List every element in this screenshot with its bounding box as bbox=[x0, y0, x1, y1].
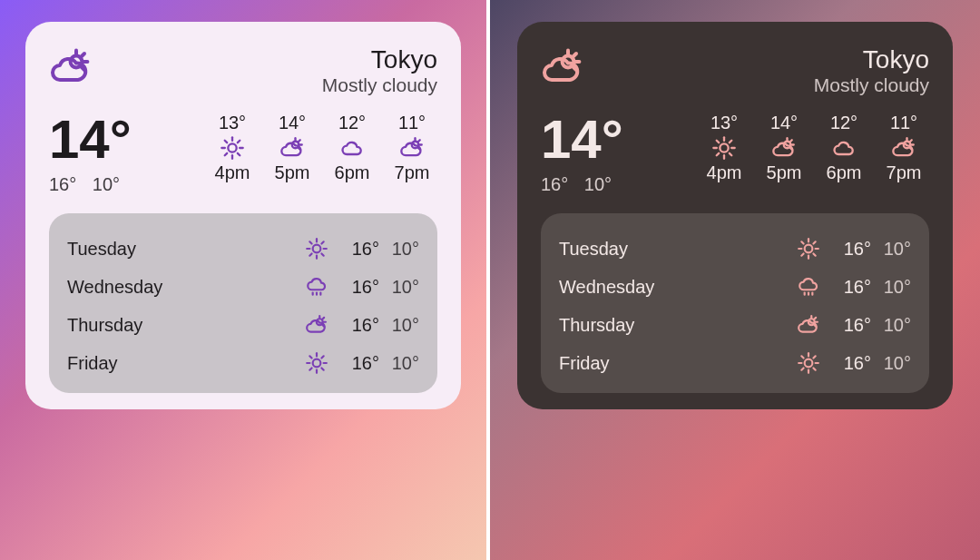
day-low: 10° bbox=[379, 277, 419, 298]
hour-label: 4pm bbox=[215, 162, 250, 183]
hour-temp: 13° bbox=[710, 113, 738, 133]
day-row: Thursday 16° 10° bbox=[559, 306, 911, 344]
hour-slot: 14° 5pm bbox=[267, 113, 318, 183]
sunny-icon bbox=[797, 237, 820, 260]
location-label: Tokyo bbox=[814, 45, 929, 74]
day-name: Wednesday bbox=[559, 277, 797, 298]
day-row: Friday 16° 10° bbox=[559, 344, 911, 382]
sunny-icon bbox=[220, 135, 245, 161]
today-high: 16° bbox=[541, 174, 568, 194]
day-row: Wednesday 16° 10° bbox=[559, 268, 911, 306]
day-row: Wednesday 16° 10° bbox=[67, 268, 419, 306]
hour-label: 6pm bbox=[827, 162, 862, 183]
hour-temp: 12° bbox=[338, 113, 366, 133]
hour-label: 7pm bbox=[887, 162, 922, 183]
day-low: 10° bbox=[871, 315, 911, 336]
hour-slot: 13° 4pm bbox=[699, 113, 750, 183]
day-low: 10° bbox=[379, 353, 419, 374]
day-name: Friday bbox=[559, 353, 797, 374]
day-low: 10° bbox=[379, 239, 419, 260]
day-name: Thursday bbox=[67, 315, 305, 336]
hour-temp: 14° bbox=[770, 113, 798, 133]
day-low: 10° bbox=[871, 277, 911, 298]
hour-temp: 12° bbox=[830, 113, 858, 133]
day-low: 10° bbox=[871, 353, 911, 374]
hour-temp: 13° bbox=[219, 113, 246, 133]
day-name: Thursday bbox=[559, 315, 797, 336]
partly-cloudy-icon bbox=[305, 313, 328, 337]
hour-slot: 11° 7pm bbox=[387, 113, 437, 183]
day-high: 16° bbox=[831, 315, 871, 336]
daily-forecast: Tuesday 16° 10° Wednesday 16° 10° Thursd… bbox=[541, 213, 929, 393]
partly-cloudy-icon bbox=[49, 45, 93, 89]
hourly-forecast: 13° 4pm 14° 5pm 12° 6pm 11° 7pm bbox=[699, 113, 929, 183]
rainy-icon bbox=[797, 275, 820, 299]
sunny-icon bbox=[305, 237, 328, 260]
current-temp: 14° bbox=[49, 113, 132, 167]
day-name: Tuesday bbox=[559, 239, 797, 260]
hour-slot: 13° 4pm bbox=[207, 113, 258, 183]
sunny-icon bbox=[711, 135, 737, 161]
hour-label: 6pm bbox=[335, 162, 370, 183]
partly-cloudy-icon bbox=[891, 135, 916, 161]
day-row: Tuesday 16° 10° bbox=[67, 230, 419, 268]
hour-slot: 12° 6pm bbox=[327, 113, 377, 183]
today-low: 10° bbox=[93, 174, 120, 194]
day-row: Thursday 16° 10° bbox=[67, 306, 419, 344]
location-label: Tokyo bbox=[322, 45, 437, 74]
day-low: 10° bbox=[871, 239, 911, 260]
today-high: 16° bbox=[49, 174, 76, 194]
today-low: 10° bbox=[584, 174, 612, 194]
hour-temp: 11° bbox=[890, 113, 917, 133]
hour-slot: 12° 6pm bbox=[818, 113, 869, 183]
day-high: 16° bbox=[339, 277, 379, 298]
sunny-icon bbox=[305, 351, 328, 375]
day-name: Wednesday bbox=[67, 277, 305, 298]
day-row: Tuesday 16° 10° bbox=[559, 230, 911, 268]
condition-label: Mostly cloudy bbox=[814, 74, 929, 96]
sunny-icon bbox=[797, 351, 820, 375]
day-high: 16° bbox=[831, 353, 871, 374]
hour-label: 5pm bbox=[275, 162, 310, 183]
day-high: 16° bbox=[831, 239, 871, 260]
cloudy-icon bbox=[831, 135, 857, 161]
day-high: 16° bbox=[339, 239, 379, 260]
day-high: 16° bbox=[339, 315, 379, 336]
hour-label: 4pm bbox=[707, 162, 742, 183]
hourly-forecast: 13° 4pm 14° 5pm 12° 6pm 11° 7pm bbox=[207, 113, 437, 183]
hour-slot: 14° 5pm bbox=[759, 113, 809, 183]
day-low: 10° bbox=[379, 315, 419, 336]
rainy-icon bbox=[305, 275, 328, 299]
partly-cloudy-icon bbox=[797, 313, 820, 337]
day-row: Friday 16° 10° bbox=[67, 344, 419, 382]
cloudy-icon bbox=[339, 135, 365, 161]
hour-label: 5pm bbox=[767, 162, 802, 183]
weather-widget-light[interactable]: Tokyo Mostly cloudy 14° 16° 10° 13° 4pm … bbox=[25, 22, 461, 409]
day-name: Friday bbox=[67, 353, 305, 374]
weather-widget-dark[interactable]: Tokyo Mostly cloudy 14° 16° 10° 13° 4pm … bbox=[517, 22, 953, 409]
partly-cloudy-icon bbox=[541, 45, 584, 89]
partly-cloudy-icon bbox=[279, 135, 305, 161]
partly-cloudy-icon bbox=[771, 135, 797, 161]
hour-temp: 14° bbox=[279, 113, 306, 133]
day-high: 16° bbox=[339, 353, 379, 374]
condition-label: Mostly cloudy bbox=[322, 74, 437, 96]
hour-temp: 11° bbox=[398, 113, 426, 133]
day-name: Tuesday bbox=[67, 239, 305, 260]
hour-label: 7pm bbox=[395, 162, 430, 183]
day-high: 16° bbox=[831, 277, 871, 298]
partly-cloudy-icon bbox=[399, 135, 425, 161]
current-temp: 14° bbox=[541, 113, 623, 167]
daily-forecast: Tuesday 16° 10° Wednesday 16° 10° Thursd… bbox=[49, 213, 437, 393]
hour-slot: 11° 7pm bbox=[878, 113, 929, 183]
